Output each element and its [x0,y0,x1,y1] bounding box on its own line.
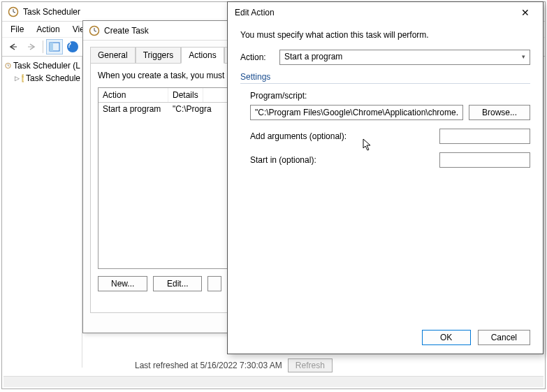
menu-file[interactable]: File [5,23,29,36]
arrow-right-icon [27,43,36,51]
edit-action-title: Edit Action [235,8,275,17]
cell-details: "C:\Progra [168,103,216,115]
refresh-button[interactable]: Refresh [288,358,333,372]
new-button[interactable]: New... [98,276,147,291]
create-task-title: Create Task [104,26,149,36]
cancel-button[interactable]: Cancel [478,330,530,345]
app-clock-icon [8,6,19,17]
action-select-value: Start a program [284,52,342,61]
help-button[interactable]: ? [64,39,81,55]
close-icon[interactable]: ✕ [515,7,536,18]
toolbar-pane-button[interactable] [46,39,63,55]
clock-icon [89,25,100,36]
chevron-right-icon[interactable]: ▷ [15,75,20,82]
back-button[interactable] [5,39,22,55]
nav-tree[interactable]: Task Scheduler (L ▷ Task Schedule [2,57,82,368]
menu-action[interactable]: Action [31,23,65,36]
program-label: Program/script: [250,91,530,101]
tree-root-label: Task Scheduler (L [13,61,80,71]
program-input[interactable] [250,105,463,120]
status-text: Last refreshed at 5/16/2022 7:30:03 AM [135,361,282,370]
status-bar: Last refreshed at 5/16/2022 7:30:03 AM R… [135,356,333,375]
settings-legend: Settings [240,72,530,82]
chevron-down-icon: ▾ [522,53,525,60]
tree-child-node[interactable]: ▷ Task Schedule [3,72,80,85]
arguments-input[interactable] [439,129,530,144]
action-select[interactable]: Start a program ▾ [279,50,530,65]
tree-root-node[interactable]: Task Scheduler (L [3,59,80,72]
forward-button[interactable] [23,39,40,55]
col-action[interactable]: Action [99,88,168,102]
startin-label: Start in (optional): [250,155,434,165]
svg-rect-6 [50,43,53,51]
ok-button[interactable]: OK [422,330,471,345]
edit-action-dialog: Edit Action ✕ You must specify what acti… [227,1,544,354]
edit-action-titlebar[interactable]: Edit Action ✕ [228,2,543,23]
arrow-left-icon [8,43,18,51]
tab-general[interactable]: General [90,47,136,64]
pane-icon [49,42,60,52]
startin-input[interactable] [439,152,530,168]
action-label: Action: [240,52,279,62]
edit-action-instruction: You must specify what action this task w… [240,30,530,40]
clock-icon [5,61,11,71]
arguments-label: Add arguments (optional): [250,131,434,141]
browse-button[interactable]: Browse... [469,105,530,120]
svg-rect-11 [22,75,24,77]
help-icon: ? [67,41,78,52]
horizontal-scrollbar[interactable] [3,376,544,387]
folder-icon [22,73,24,83]
delete-button-partial[interactable] [207,276,221,291]
tab-actions[interactable]: Actions [181,47,224,64]
edit-button[interactable]: Edit... [153,276,202,291]
tree-child-label: Task Schedule [26,73,80,83]
col-details[interactable]: Details [168,88,203,102]
tab-triggers[interactable]: Triggers [136,47,182,64]
cell-action: Start a program [99,103,168,115]
